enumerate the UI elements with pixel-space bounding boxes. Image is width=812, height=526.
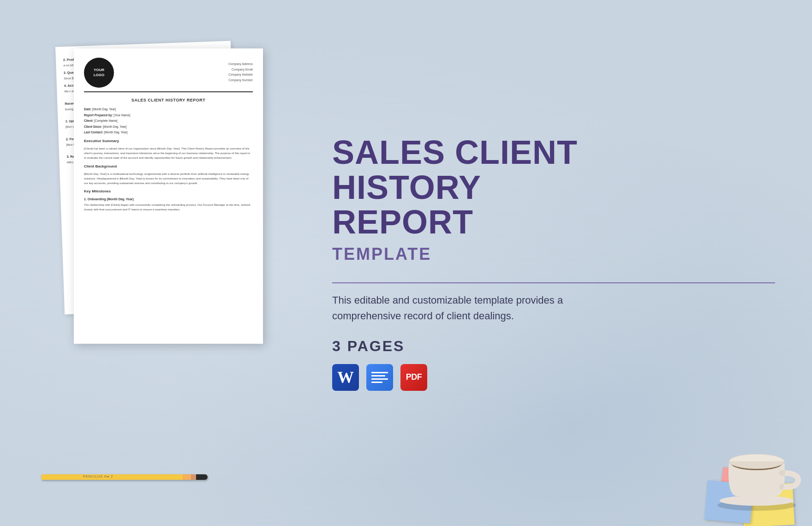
coffee-cup-svg bbox=[706, 406, 807, 512]
decorative-area bbox=[651, 378, 812, 526]
svg-point-1 bbox=[720, 496, 794, 506]
document-front: YOUR LOGO Company Address Company Email … bbox=[74, 48, 263, 344]
pencil-label: PENCILUS H● 2 bbox=[83, 475, 113, 478]
last-contact-field: Last Contact: [Month Day, Year] bbox=[84, 130, 253, 135]
docs-lines bbox=[368, 368, 392, 387]
docs-icon[interactable] bbox=[366, 364, 393, 391]
pencil-decoration bbox=[42, 474, 208, 480]
pages-label: 3 PAGES bbox=[332, 338, 775, 355]
pdf-text: PDF bbox=[406, 372, 422, 382]
client-since-field: Client Since: [Month Day, Year] bbox=[84, 125, 253, 129]
divider bbox=[332, 282, 775, 283]
exec-summary-text: [Client] has been a valued client of our… bbox=[84, 146, 253, 160]
docs-line-3 bbox=[371, 378, 388, 380]
right-panel: SALES CLIENT HISTORY REPORT TEMPLATE Thi… bbox=[304, 0, 812, 526]
prepared-field: Report Prepared by: [Your Name] bbox=[84, 113, 253, 118]
date-field: Date: [Month Day, Year] bbox=[84, 107, 253, 112]
exec-summary-title: Executive Summary bbox=[84, 138, 253, 144]
word-letter: W bbox=[337, 368, 354, 387]
company-logo: YOUR LOGO bbox=[84, 58, 114, 88]
sub-title: TEMPLATE bbox=[332, 245, 775, 264]
company-info: Company Address Company Email Company We… bbox=[228, 61, 253, 83]
word-icon[interactable]: W bbox=[332, 364, 359, 391]
docs-line-1 bbox=[371, 372, 388, 373]
report-title: SALES CLIENT HISTORY REPORT bbox=[84, 97, 253, 103]
main-title: SALES CLIENT HISTORY REPORT bbox=[332, 135, 775, 240]
description: This editable and customizable template … bbox=[332, 293, 572, 324]
client-field: Client: [Complete Name] bbox=[84, 119, 253, 123]
main-title-line3: REPORT bbox=[332, 205, 775, 240]
milestone-1-title: 1. Onboarding (Month Day, Year) bbox=[84, 197, 253, 202]
docs-line-2 bbox=[371, 375, 385, 377]
docs-line-4 bbox=[371, 382, 382, 383]
milestone-1-text: The relationship with [Client] began wit… bbox=[84, 203, 253, 212]
pdf-icon[interactable]: PDF bbox=[400, 364, 427, 391]
client-bg-title: Client Background bbox=[84, 164, 253, 170]
main-title-line1: SALES CLIENT bbox=[332, 135, 775, 170]
main-title-line2: HISTORY bbox=[332, 170, 775, 205]
left-panel: 2. Product Integration (Month Day, Year)… bbox=[0, 0, 304, 526]
key-milestones-title: Key Milestones bbox=[84, 189, 253, 195]
client-bg-text: [Month Day, Year] is a multinational tec… bbox=[84, 172, 253, 185]
